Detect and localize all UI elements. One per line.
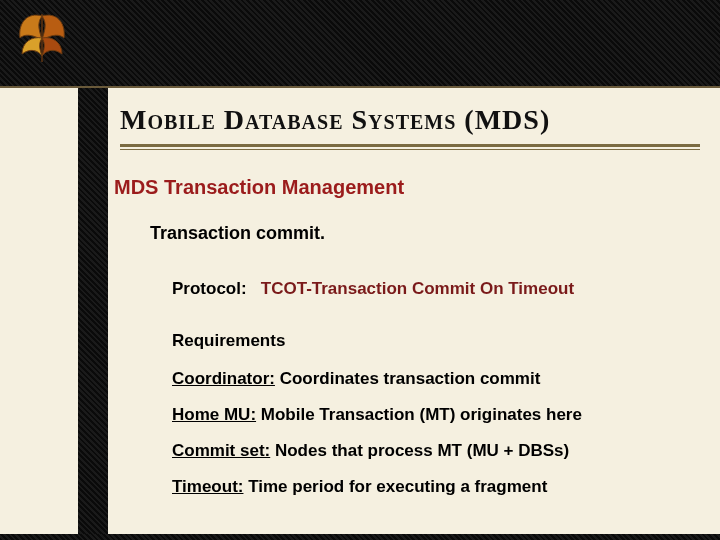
- bottom-texture-band: [0, 534, 720, 540]
- definition-text: Coordinates transaction commit: [275, 369, 540, 388]
- definition-row: Timeout: Time period for executing a fra…: [172, 469, 690, 505]
- definition-term: Home MU:: [172, 405, 256, 424]
- protocol-line: Protocol: TCOT-Transaction Commit On Tim…: [108, 244, 720, 301]
- top-texture-band: [0, 0, 720, 88]
- section-heading: MDS Transaction Management: [108, 158, 720, 199]
- definition-row: Coordinator: Coordinates transaction com…: [172, 361, 690, 397]
- leaf-icon: [10, 4, 74, 68]
- requirements-heading: Requirements: [108, 301, 720, 357]
- title-underline: [120, 144, 700, 150]
- definition-text: Nodes that process MT (MU + DBSs): [270, 441, 569, 460]
- title-block: Mobile Database Systems (MDS): [108, 88, 720, 158]
- definition-term: Commit set:: [172, 441, 270, 460]
- definition-term: Timeout:: [172, 477, 243, 496]
- definition-text: Mobile Transaction (MT) originates here: [256, 405, 582, 424]
- definition-text: Time period for executing a fragment: [243, 477, 547, 496]
- left-texture-band: [78, 88, 108, 534]
- subheading: Transaction commit.: [108, 199, 720, 244]
- slide-content: Mobile Database Systems (MDS) MDS Transa…: [108, 88, 720, 534]
- slide-title: Mobile Database Systems (MDS): [120, 104, 700, 136]
- protocol-value: TCOT-Transaction Commit On Timeout: [261, 279, 574, 298]
- protocol-label: Protocol:: [172, 279, 247, 298]
- definition-term: Coordinator:: [172, 369, 275, 388]
- definition-row: Home MU: Mobile Transaction (MT) origina…: [172, 397, 690, 433]
- definition-row: Commit set: Nodes that process MT (MU + …: [172, 433, 690, 469]
- definitions-list: Coordinator: Coordinates transaction com…: [108, 357, 720, 505]
